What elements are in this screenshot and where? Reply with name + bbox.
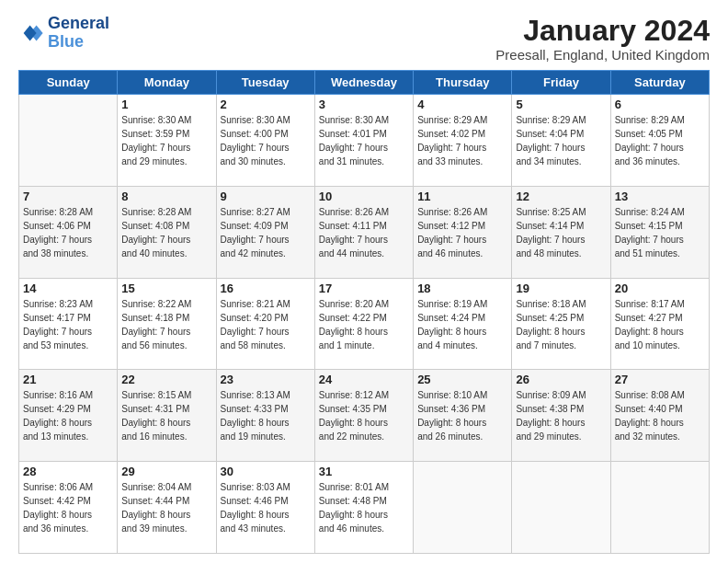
calendar-day-cell: 16Sunrise: 8:21 AM Sunset: 4:20 PM Dayli… (216, 278, 314, 370)
day-number: 9 (221, 190, 311, 203)
weekday-header-wednesday: Wednesday (314, 71, 413, 95)
day-info: Sunrise: 8:08 AM Sunset: 4:40 PM Dayligh… (615, 388, 705, 443)
header: General Blue January 2024 Preesall, Engl… (18, 15, 710, 63)
day-number: 31 (319, 465, 409, 478)
calendar-day-cell: 15Sunrise: 8:22 AM Sunset: 4:18 PM Dayli… (118, 278, 216, 370)
day-number: 3 (319, 98, 409, 111)
calendar-day-cell (414, 462, 512, 554)
calendar-day-cell (512, 462, 610, 554)
day-number: 28 (23, 465, 113, 478)
calendar-day-cell: 22Sunrise: 8:15 AM Sunset: 4:31 PM Dayli… (118, 370, 216, 462)
day-number: 11 (417, 190, 507, 203)
logo: General Blue (18, 15, 109, 52)
day-info: Sunrise: 8:01 AM Sunset: 4:48 PM Dayligh… (319, 480, 409, 535)
calendar-day-cell (19, 95, 118, 187)
day-info: Sunrise: 8:12 AM Sunset: 4:35 PM Dayligh… (319, 388, 409, 443)
calendar-day-cell: 29Sunrise: 8:04 AM Sunset: 4:44 PM Dayli… (118, 462, 216, 554)
calendar-week-row: 14Sunrise: 8:23 AM Sunset: 4:17 PM Dayli… (19, 278, 710, 370)
day-info: Sunrise: 8:20 AM Sunset: 4:22 PM Dayligh… (319, 297, 409, 352)
logo-icon (18, 20, 44, 46)
day-number: 30 (221, 465, 311, 478)
calendar-day-cell: 18Sunrise: 8:19 AM Sunset: 4:24 PM Dayli… (414, 278, 512, 370)
day-number: 2 (221, 98, 311, 111)
calendar-day-cell: 28Sunrise: 8:06 AM Sunset: 4:42 PM Dayli… (19, 462, 118, 554)
weekday-header-tuesday: Tuesday (216, 71, 314, 95)
day-number: 7 (23, 190, 113, 203)
calendar-day-cell: 14Sunrise: 8:23 AM Sunset: 4:17 PM Dayli… (19, 278, 118, 370)
day-number: 18 (417, 282, 507, 295)
day-info: Sunrise: 8:22 AM Sunset: 4:18 PM Dayligh… (121, 297, 211, 352)
calendar-day-cell: 20Sunrise: 8:17 AM Sunset: 4:27 PM Dayli… (610, 278, 709, 370)
calendar-day-cell: 6Sunrise: 8:29 AM Sunset: 4:05 PM Daylig… (610, 95, 709, 187)
day-info: Sunrise: 8:25 AM Sunset: 4:14 PM Dayligh… (516, 205, 606, 260)
day-number: 13 (615, 190, 705, 203)
calendar-day-cell: 10Sunrise: 8:26 AM Sunset: 4:11 PM Dayli… (314, 186, 413, 278)
calendar-day-cell: 12Sunrise: 8:25 AM Sunset: 4:14 PM Dayli… (512, 186, 610, 278)
day-info: Sunrise: 8:09 AM Sunset: 4:38 PM Dayligh… (516, 388, 606, 443)
weekday-header-friday: Friday (512, 71, 610, 95)
day-info: Sunrise: 8:23 AM Sunset: 4:17 PM Dayligh… (23, 297, 113, 352)
calendar-day-cell: 27Sunrise: 8:08 AM Sunset: 4:40 PM Dayli… (610, 370, 709, 462)
day-number: 25 (417, 373, 507, 386)
day-number: 27 (615, 373, 705, 386)
calendar-day-cell: 9Sunrise: 8:27 AM Sunset: 4:09 PM Daylig… (216, 186, 314, 278)
calendar-day-cell: 17Sunrise: 8:20 AM Sunset: 4:22 PM Dayli… (314, 278, 413, 370)
calendar-day-cell: 1Sunrise: 8:30 AM Sunset: 3:59 PM Daylig… (118, 95, 216, 187)
day-info: Sunrise: 8:26 AM Sunset: 4:12 PM Dayligh… (417, 205, 507, 260)
day-info: Sunrise: 8:06 AM Sunset: 4:42 PM Dayligh… (23, 480, 113, 535)
calendar-day-cell: 7Sunrise: 8:28 AM Sunset: 4:06 PM Daylig… (19, 186, 118, 278)
day-number: 4 (417, 98, 507, 111)
day-number: 1 (121, 98, 211, 111)
day-number: 20 (615, 282, 705, 295)
calendar-day-cell: 19Sunrise: 8:18 AM Sunset: 4:25 PM Dayli… (512, 278, 610, 370)
calendar-day-cell: 5Sunrise: 8:29 AM Sunset: 4:04 PM Daylig… (512, 95, 610, 187)
day-info: Sunrise: 8:17 AM Sunset: 4:27 PM Dayligh… (615, 297, 705, 352)
day-number: 23 (221, 373, 311, 386)
calendar-table: SundayMondayTuesdayWednesdayThursdayFrid… (18, 70, 710, 554)
calendar-day-cell: 26Sunrise: 8:09 AM Sunset: 4:38 PM Dayli… (512, 370, 610, 462)
day-info: Sunrise: 8:15 AM Sunset: 4:31 PM Dayligh… (121, 388, 211, 443)
day-info: Sunrise: 8:29 AM Sunset: 4:04 PM Dayligh… (516, 113, 606, 168)
calendar-day-cell: 25Sunrise: 8:10 AM Sunset: 4:36 PM Dayli… (414, 370, 512, 462)
day-info: Sunrise: 8:28 AM Sunset: 4:08 PM Dayligh… (121, 205, 211, 260)
weekday-header-thursday: Thursday (414, 71, 512, 95)
day-info: Sunrise: 8:30 AM Sunset: 3:59 PM Dayligh… (121, 113, 211, 168)
page: General Blue January 2024 Preesall, Engl… (0, 0, 728, 563)
weekday-header-row: SundayMondayTuesdayWednesdayThursdayFrid… (19, 71, 710, 95)
day-info: Sunrise: 8:16 AM Sunset: 4:29 PM Dayligh… (23, 388, 113, 443)
calendar-day-cell: 3Sunrise: 8:30 AM Sunset: 4:01 PM Daylig… (314, 95, 413, 187)
title-block: January 2024 Preesall, England, United K… (495, 15, 710, 63)
day-info: Sunrise: 8:13 AM Sunset: 4:33 PM Dayligh… (221, 388, 311, 443)
day-number: 19 (516, 282, 606, 295)
calendar-week-row: 1Sunrise: 8:30 AM Sunset: 3:59 PM Daylig… (19, 95, 710, 187)
day-info: Sunrise: 8:18 AM Sunset: 4:25 PM Dayligh… (516, 297, 606, 352)
day-info: Sunrise: 8:28 AM Sunset: 4:06 PM Dayligh… (23, 205, 113, 260)
day-number: 22 (121, 373, 211, 386)
calendar-day-cell: 24Sunrise: 8:12 AM Sunset: 4:35 PM Dayli… (314, 370, 413, 462)
day-info: Sunrise: 8:26 AM Sunset: 4:11 PM Dayligh… (319, 205, 409, 260)
day-number: 16 (221, 282, 311, 295)
day-info: Sunrise: 8:10 AM Sunset: 4:36 PM Dayligh… (417, 388, 507, 443)
day-info: Sunrise: 8:29 AM Sunset: 4:05 PM Dayligh… (615, 113, 705, 168)
calendar-day-cell: 31Sunrise: 8:01 AM Sunset: 4:48 PM Dayli… (314, 462, 413, 554)
logo-text: General Blue (48, 15, 109, 52)
weekday-header-monday: Monday (118, 71, 216, 95)
calendar-day-cell: 2Sunrise: 8:30 AM Sunset: 4:00 PM Daylig… (216, 95, 314, 187)
day-number: 24 (319, 373, 409, 386)
day-number: 15 (121, 282, 211, 295)
day-number: 5 (516, 98, 606, 111)
day-number: 17 (319, 282, 409, 295)
calendar-day-cell: 11Sunrise: 8:26 AM Sunset: 4:12 PM Dayli… (414, 186, 512, 278)
day-number: 29 (121, 465, 211, 478)
day-info: Sunrise: 8:03 AM Sunset: 4:46 PM Dayligh… (221, 480, 311, 535)
calendar-day-cell: 4Sunrise: 8:29 AM Sunset: 4:02 PM Daylig… (414, 95, 512, 187)
day-info: Sunrise: 8:29 AM Sunset: 4:02 PM Dayligh… (417, 113, 507, 168)
day-number: 26 (516, 373, 606, 386)
calendar-day-cell: 30Sunrise: 8:03 AM Sunset: 4:46 PM Dayli… (216, 462, 314, 554)
day-number: 8 (121, 190, 211, 203)
weekday-header-saturday: Saturday (610, 71, 709, 95)
location: Preesall, England, United Kingdom (495, 47, 710, 63)
day-info: Sunrise: 8:21 AM Sunset: 4:20 PM Dayligh… (221, 297, 311, 352)
weekday-header-sunday: Sunday (19, 71, 118, 95)
day-number: 12 (516, 190, 606, 203)
